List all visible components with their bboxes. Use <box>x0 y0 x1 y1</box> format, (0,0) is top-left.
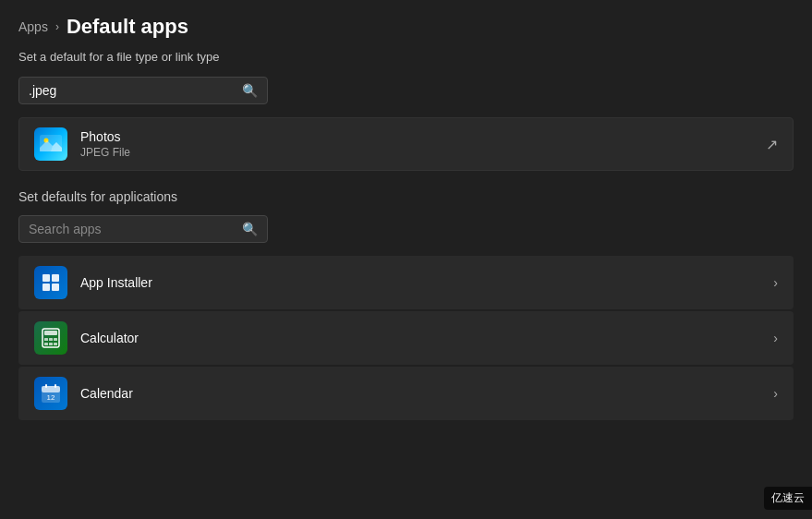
calculator-icon <box>34 321 67 355</box>
file-type-subtitle: Set a default for a file type or link ty… <box>18 50 794 64</box>
file-type-search-box[interactable]: 🔍 <box>18 77 268 104</box>
calendar-chevron: › <box>773 386 778 401</box>
photos-app-desc: JPEG File <box>80 146 766 159</box>
calendar-row[interactable]: 12 Calendar › <box>18 367 794 420</box>
svg-rect-15 <box>54 343 57 345</box>
app-installer-chevron: › <box>773 275 778 290</box>
photos-app-info: Photos JPEG File <box>80 129 766 159</box>
svg-rect-14 <box>49 343 53 345</box>
svg-rect-4 <box>42 274 50 282</box>
breadcrumb-separator: › <box>55 20 59 33</box>
breadcrumb-current: Default apps <box>67 15 188 39</box>
svg-rect-5 <box>52 274 59 282</box>
svg-rect-6 <box>42 284 50 291</box>
svg-rect-11 <box>49 338 53 341</box>
calendar-label: Calendar <box>80 386 133 401</box>
calculator-chevron: › <box>773 331 778 345</box>
calendar-icon: 12 <box>34 377 67 410</box>
svg-rect-9 <box>44 331 57 335</box>
svg-rect-10 <box>44 338 48 341</box>
external-link-icon: ↗ <box>766 136 778 153</box>
photos-app-icon <box>34 127 67 161</box>
svg-rect-13 <box>44 343 48 345</box>
apps-search-box[interactable]: 🔍 <box>18 215 268 243</box>
breadcrumb-apps-link[interactable]: Apps <box>18 19 48 34</box>
breadcrumb: Apps › Default apps <box>18 15 794 39</box>
search-icon: 🔍 <box>242 83 258 98</box>
calculator-label: Calculator <box>80 331 139 345</box>
watermark: 亿速云 <box>764 487 812 510</box>
svg-rect-18 <box>45 384 47 388</box>
page-container: Apps › Default apps Set a default for a … <box>0 0 812 437</box>
app-installer-label: App Installer <box>80 275 152 290</box>
svg-rect-7 <box>52 284 59 291</box>
svg-rect-12 <box>54 338 57 341</box>
svg-rect-19 <box>55 384 56 388</box>
calculator-row[interactable]: Calculator › <box>18 311 794 365</box>
photos-result-row[interactable]: Photos JPEG File ↗ <box>18 117 794 171</box>
file-type-search-input[interactable] <box>29 83 236 98</box>
apps-search-icon: 🔍 <box>242 222 258 236</box>
photos-app-name: Photos <box>80 129 766 144</box>
svg-rect-17 <box>42 386 60 392</box>
app-installer-icon <box>34 266 67 299</box>
app-installer-row[interactable]: App Installer › <box>18 256 794 309</box>
svg-text:12: 12 <box>47 393 55 402</box>
apps-search-input[interactable] <box>29 222 236 236</box>
apps-section-title: Set defaults for applications <box>18 189 794 204</box>
